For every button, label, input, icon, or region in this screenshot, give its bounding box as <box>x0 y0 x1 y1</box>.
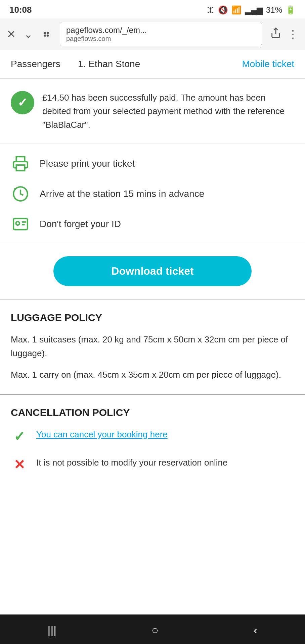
id-card-icon <box>11 214 30 234</box>
close-button[interactable]: ✕ <box>7 28 16 41</box>
browser-actions: ⋮ <box>270 27 298 41</box>
svg-point-1 <box>47 32 48 34</box>
wifi-icon: 📶 <box>231 5 242 15</box>
nav-back-button[interactable]: ‹ <box>254 624 257 637</box>
printer-icon <box>11 154 30 173</box>
url-main: pageflows.com/_/em... <box>66 25 256 35</box>
instruction-print: Please print your ticket <box>11 154 294 173</box>
cancellation-policy-title: CANCELLATION POLICY <box>11 407 294 418</box>
instruction-arrive: Arrive at the station 15 mins in advance <box>11 184 294 204</box>
cancel-booking-link[interactable]: You can cancel your booking here <box>36 428 168 442</box>
luggage-policy-title: LUGGAGE POLICY <box>11 312 294 323</box>
chevron-down-button[interactable]: ⌄ <box>24 28 33 41</box>
no-modify-text: It is not possible to modify your reserv… <box>36 456 227 470</box>
svg-point-3 <box>47 35 48 36</box>
luggage-policy-item-2: Max. 1 carry on (max. 45cm x 35cm x 20cm… <box>11 368 294 382</box>
url-bar[interactable]: pageflows.com/_/em... pageflows.com <box>60 22 262 46</box>
instruction-print-text: Please print your ticket <box>40 158 135 169</box>
share-icon[interactable] <box>270 27 281 41</box>
success-icon: ✓ <box>11 91 34 114</box>
nav-home-button[interactable]: ○ <box>151 624 159 637</box>
menu-icon[interactable]: ⋮ <box>288 28 298 41</box>
download-btn-container: Download ticket <box>0 244 305 300</box>
battery-icon: 🔋 <box>286 5 296 15</box>
instruction-arrive-text: Arrive at the station 15 mins in advance <box>40 189 204 199</box>
battery-text: 31% <box>266 5 282 15</box>
svg-rect-5 <box>16 165 25 171</box>
svg-point-2 <box>44 35 46 36</box>
check-icon: ✓ <box>11 428 28 445</box>
passenger-name: 1. Ethan Stone <box>78 59 228 69</box>
svg-point-0 <box>44 32 46 34</box>
cross-icon: ✕ <box>11 456 28 473</box>
cancellation-item-check: ✓ You can cancel your booking here <box>11 428 294 445</box>
browser-chrome: ✕ ⌄ pageflows.com/_/em... pageflows.com … <box>0 18 305 50</box>
bluetooth-icon: ⯰ <box>207 5 215 15</box>
download-ticket-button[interactable]: Download ticket <box>53 256 252 286</box>
status-icons: ⯰ 🔇 📶 ▂▄▆ 31% 🔋 <box>207 5 296 15</box>
payment-section: ✓ £14.50 has been successfully paid. The… <box>0 79 305 144</box>
payment-message: £14.50 has been successfully paid. The a… <box>42 91 294 131</box>
instruction-id: Don't forget your ID <box>11 214 294 234</box>
svg-point-9 <box>16 222 19 225</box>
passengers-label: Passengers <box>11 59 64 69</box>
luggage-policy-section: LUGGAGE POLICY Max. 1 suitcases (max. 20… <box>0 300 305 394</box>
nav-bar: ||| ○ ‹ <box>0 614 305 644</box>
nav-menu-button[interactable]: ||| <box>48 624 57 637</box>
mute-icon: 🔇 <box>218 5 228 15</box>
instruction-id-text: Don't forget your ID <box>40 219 121 229</box>
mobile-ticket-link[interactable]: Mobile ticket <box>242 59 294 69</box>
tabs-button[interactable] <box>41 29 52 40</box>
checkmark-icon: ✓ <box>17 96 28 110</box>
luggage-policy-item-1: Max. 1 suitcases (max. 20 kg and 75cm x … <box>11 333 294 361</box>
url-domain: pageflows.com <box>66 35 256 43</box>
status-time: 10:08 <box>9 5 32 15</box>
clock-icon <box>11 184 30 204</box>
signal-icon: ▂▄▆ <box>245 5 263 15</box>
cancellation-item-cross: ✕ It is not possible to modify your rese… <box>11 456 294 473</box>
status-bar: 10:08 ⯰ 🔇 📶 ▂▄▆ 31% 🔋 <box>0 0 305 18</box>
passengers-row: Passengers 1. Ethan Stone Mobile ticket <box>0 50 305 78</box>
cancellation-policy-section: CANCELLATION POLICY ✓ You can cancel you… <box>0 395 305 496</box>
instructions-section: Please print your ticket Arrive at the s… <box>0 144 305 244</box>
